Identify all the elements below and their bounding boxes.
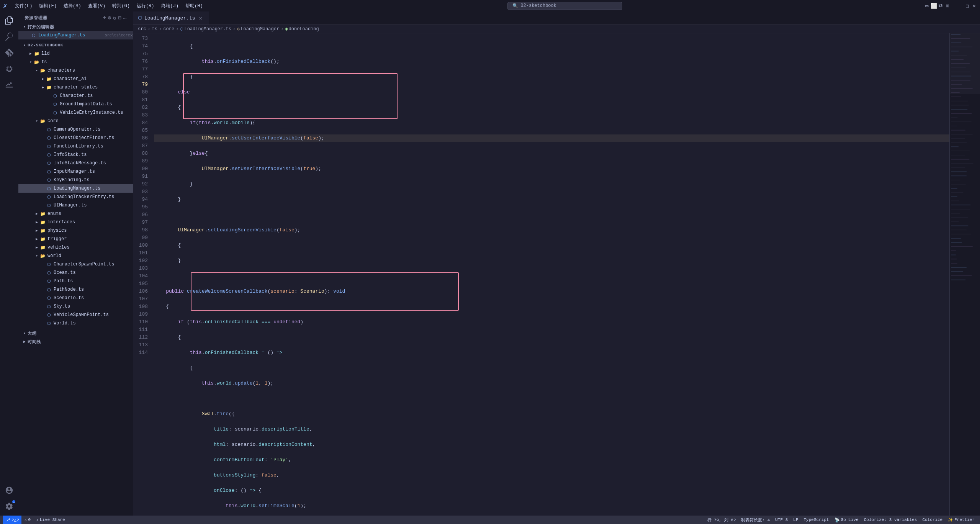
- status-git-branch[interactable]: ⎇ 2△2: [3, 516, 21, 524]
- sidebar-item-ts[interactable]: ▾ 📂 ts: [18, 58, 133, 66]
- tab-close-button[interactable]: ✕: [198, 15, 204, 21]
- liveshare-label: Live Share: [40, 517, 65, 522]
- breadcrumb-file-item[interactable]: ⬡ LoadingManager.ts: [180, 26, 231, 32]
- minimize-button[interactable]: —: [958, 3, 963, 8]
- ts-icon-scenario: ⬡: [46, 295, 52, 301]
- breadcrumb-src[interactable]: src: [138, 26, 146, 32]
- sidebar-item-sky[interactable]: ▶ ⬡ Sky.ts: [18, 302, 133, 311]
- sidebar-item-timeline[interactable]: ▶ 时间线: [18, 337, 133, 346]
- new-folder-icon[interactable]: ⊕: [108, 15, 111, 21]
- activity-git[interactable]: [2, 45, 17, 61]
- sidebar-header-icons[interactable]: + ⊕ ↻ ⊟ …: [103, 15, 127, 21]
- code-container[interactable]: 73 74 75 76 77 78 79 80 81 82 83 84 85 8…: [133, 33, 949, 516]
- close-button[interactable]: ✕: [972, 3, 977, 8]
- status-golive[interactable]: 📡 Go Live: [832, 516, 861, 524]
- sidebar-item-infostack[interactable]: ▶ ⬡ InfoStack.ts: [18, 151, 133, 159]
- sidebar-item-world-ts[interactable]: ▶ ⬡ World.ts: [18, 319, 133, 328]
- status-errors[interactable]: ⚠ 0: [22, 516, 33, 524]
- status-line-col[interactable]: 行 79, 列 62: [705, 516, 738, 524]
- sidebar-item-character_ai[interactable]: ▶ 📁 character_ai: [18, 75, 133, 83]
- menu-goto[interactable]: 转到(G): [109, 2, 133, 10]
- refresh-icon[interactable]: ↻: [113, 15, 116, 21]
- close-editor-icon[interactable]: ✕: [130, 33, 133, 38]
- sidebar-item-inputmanager[interactable]: ▶ ⬡ InputManager.ts: [18, 167, 133, 176]
- window-controls[interactable]: ▭ ⬜ ⧉ ⊞ — ❐ ✕: [924, 3, 977, 8]
- sidebar-item-closestobject[interactable]: ▶ ⬡ ClosestObjectFinder.ts: [18, 134, 133, 142]
- sidebar-toggle-icon[interactable]: ▭: [924, 3, 929, 8]
- sidebar-item-groundimpact-ts[interactable]: ▶ ⬡ GroundImpactData.ts: [18, 100, 133, 108]
- global-search-box[interactable]: 🔍 02-sketchbook: [507, 2, 622, 10]
- search-text: 02-sketchbook: [520, 3, 556, 8]
- world-chevron: ▾: [34, 253, 40, 259]
- uimanager-label: UIManager.ts: [54, 203, 133, 208]
- status-colorize-btn[interactable]: Colorize: [920, 516, 945, 524]
- activity-search[interactable]: [2, 29, 17, 44]
- status-prettier[interactable]: ✨ Prettier: [946, 516, 977, 524]
- sidebar-item-world[interactable]: ▾ 📂 world: [18, 252, 133, 260]
- new-file-icon[interactable]: +: [103, 15, 106, 21]
- maximize-button[interactable]: ❐: [965, 3, 970, 8]
- grid-icon[interactable]: ⊞: [945, 3, 950, 8]
- status-tabsize[interactable]: 制表符长度: 4: [739, 516, 772, 524]
- tab-filename: LoadingManager.ts: [144, 15, 195, 21]
- sidebar-item-scenario[interactable]: ▶ ⬡ Scenario.ts: [18, 294, 133, 302]
- prettier-label: Prettier: [954, 517, 975, 522]
- status-liveshare[interactable]: ↗ Live Share: [34, 516, 67, 524]
- collapse-all-icon[interactable]: ⊟: [118, 15, 121, 21]
- sidebar-item-uimanager[interactable]: ▶ ⬡ UIManager.ts: [18, 201, 133, 210]
- sidebar-item-infostackmsg[interactable]: ▶ ⬡ InfoStackMessage.ts: [18, 159, 133, 167]
- activity-debug[interactable]: [2, 61, 17, 77]
- sidebar-item-core[interactable]: ▾ 📂 core: [18, 117, 133, 125]
- tab-loadingmanager[interactable]: ⬡ LoadingManager.ts ✕: [133, 11, 209, 25]
- more-options-icon[interactable]: …: [123, 15, 127, 21]
- groundimpact-ts-label: GroundImpactData.ts: [60, 102, 133, 107]
- sidebar-item-physics[interactable]: ▶ 📁 physics: [18, 226, 133, 235]
- sidebar-item-trigger[interactable]: ▶ 📁 trigger: [18, 235, 133, 243]
- sidebar-item-loadingtracker[interactable]: ▶ ⬡ LoadingTrackerEntry.ts: [18, 193, 133, 201]
- sidebar-item-vehicleentry-ts[interactable]: ▶ ⬡ VehicleEntryInstance.ts: [18, 108, 133, 117]
- breadcrumb-ts[interactable]: ts: [152, 26, 157, 32]
- status-eol[interactable]: LF: [791, 516, 800, 524]
- sidebar-item-enums[interactable]: ▶ 📁 enums: [18, 210, 133, 218]
- activity-settings[interactable]: 1: [2, 499, 17, 514]
- sidebar-item-pathnode[interactable]: ▶ ⬡ PathNode.ts: [18, 285, 133, 294]
- activity-accounts[interactable]: [2, 483, 17, 498]
- sidebar-item-charspawn[interactable]: ▶ ⬡ CharacterSpawnPoint.ts: [18, 260, 133, 269]
- sidebar-item-lld[interactable]: ▶ 📁 lld: [18, 49, 133, 58]
- menu-help[interactable]: 帮助(H): [182, 2, 206, 10]
- menu-select[interactable]: 选择(S): [61, 2, 84, 10]
- sidebar-item-character_states[interactable]: ▶ 📁 character_states: [18, 83, 133, 92]
- project-root[interactable]: ▾ 02-SKETCHBOOK: [18, 41, 133, 49]
- sidebar-item-characters[interactable]: ▾ 📂 characters: [18, 66, 133, 75]
- sidebar-item-outline[interactable]: ▾ 大纲: [18, 329, 133, 337]
- menu-terminal[interactable]: 终端(J): [158, 2, 182, 10]
- menu-file[interactable]: 文件(F): [12, 2, 36, 10]
- layout-icon[interactable]: ⬜: [931, 3, 936, 8]
- menu-run[interactable]: 运行(R): [134, 2, 157, 10]
- menu-edit[interactable]: 编辑(E): [36, 2, 60, 10]
- sidebar-item-vehiclespawn[interactable]: ▶ ⬡ VehicleSpawnPoint.ts: [18, 311, 133, 319]
- activity-explorer[interactable]: [2, 13, 17, 28]
- sidebar-item-vehicles[interactable]: ▶ 📁 vehicles: [18, 243, 133, 252]
- activity-extensions[interactable]: [2, 77, 17, 93]
- status-language[interactable]: TypeScript: [802, 516, 831, 524]
- open-editor-item[interactable]: ⬡ LoadingManager.ts src\ts\core ✕: [18, 31, 133, 39]
- breadcrumb-core[interactable]: core: [163, 26, 174, 32]
- vehicles-folder-icon: 📁: [40, 244, 46, 251]
- sidebar-item-cameraoperator[interactable]: ▶ ⬡ CameraOperator.ts: [18, 125, 133, 134]
- split-icon[interactable]: ⧉: [938, 3, 943, 8]
- sidebar-item-interfaces[interactable]: ▶ 📁 interfaces: [18, 218, 133, 226]
- menu-bar[interactable]: 文件(F) 编辑(E) 选择(S) 查看(V) 转到(G) 运行(R) 终端(J…: [12, 2, 206, 10]
- sidebar-item-character-ts[interactable]: ▶ ⬡ Character.ts: [18, 92, 133, 100]
- sidebar-item-path[interactable]: ▶ ⬡ Path.ts: [18, 277, 133, 285]
- breadcrumb-method-item[interactable]: ◉ doneLoading: [285, 26, 319, 32]
- status-encoding[interactable]: UTF-8: [773, 516, 790, 524]
- status-colorize[interactable]: Colorize: 3 variables: [862, 516, 919, 524]
- sidebar-item-loadingmanager[interactable]: ▶ ⬡ LoadingManager.ts: [18, 184, 133, 193]
- open-editors-group[interactable]: ▾ 打开的编辑器: [18, 23, 133, 31]
- sidebar-item-ocean[interactable]: ▶ ⬡ Ocean.ts: [18, 269, 133, 277]
- sidebar-item-functionlibrary[interactable]: ▶ ⬡ FunctionLibrary.ts: [18, 142, 133, 151]
- breadcrumb-class-item[interactable]: ◇ LoadingManager: [237, 26, 279, 32]
- sidebar-item-keybinding[interactable]: ▶ ⬡ KeyBinding.ts: [18, 176, 133, 184]
- menu-view[interactable]: 查看(V): [85, 2, 109, 10]
